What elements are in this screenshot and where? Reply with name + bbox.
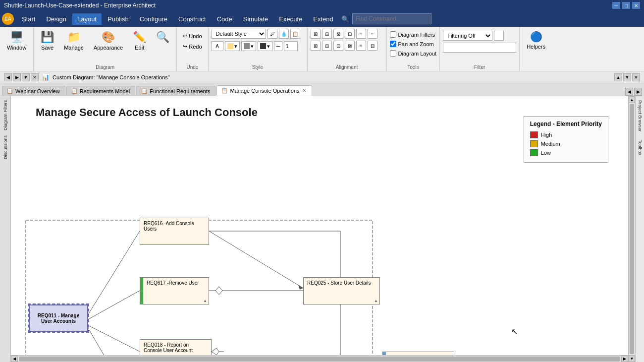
scroll-v-thumb[interactable]	[630, 104, 634, 354]
project-browser-tab[interactable]: Project Browser	[636, 96, 644, 136]
nav-close-button[interactable]: ✕	[31, 73, 39, 81]
maximize-button[interactable]: □	[622, 2, 630, 9]
zoom-button[interactable]: 🔍	[152, 29, 173, 47]
manage-button[interactable]: 📁 Manage	[60, 29, 88, 53]
align-btn-3[interactable]: ⊠	[333, 29, 343, 39]
breadcrumb-nav-buttons: ◀ ▶ ▼ ✕	[4, 73, 39, 81]
align-btn-6[interactable]: ≡	[368, 29, 377, 39]
canvas-area[interactable]: Manage Secure Access of Launch Console L…	[11, 96, 628, 362]
req617-box[interactable]: REQ617 -Remove User ▲	[140, 277, 209, 304]
tab-webinar-overview[interactable]: 📋 Webinar Overview	[2, 86, 65, 96]
menu-start[interactable]: Start	[17, 13, 40, 25]
nav-right-button[interactable]: ▶	[13, 73, 21, 81]
filtering-dropdown[interactable]: Filtering Off	[443, 31, 492, 41]
align-btn-9[interactable]: ⊡	[333, 41, 343, 51]
ribbon-style-label: Style	[212, 63, 304, 70]
menu-simulate[interactable]: Simulate	[238, 13, 273, 25]
diagram-layout-check[interactable]: Diagram Layout	[390, 50, 437, 57]
diagram-filters-check[interactable]: Diagram Filters	[390, 31, 435, 38]
toolbox-tab[interactable]: Toolbox	[636, 136, 644, 159]
sidebar-discussions[interactable]: Discussions	[2, 133, 9, 161]
text-color-btn[interactable]: ▾	[258, 41, 272, 51]
align-btn-12[interactable]: ⊟	[368, 41, 377, 51]
align-btn-10[interactable]: ⊠	[345, 41, 355, 51]
tab-functional-requirements[interactable]: 📋 Functional Requirements	[136, 86, 215, 96]
nav-down-button[interactable]: ▼	[22, 73, 30, 81]
menu-construct[interactable]: Construct	[173, 13, 211, 25]
style-btn-1[interactable]: 🖊	[268, 29, 277, 39]
tab-scroll-right[interactable]: ▶	[634, 88, 642, 96]
bc-nav-up[interactable]: ▲	[614, 73, 622, 81]
style-dropdown[interactable]: Default Style	[212, 29, 266, 39]
bc-nav-down[interactable]: ▼	[623, 73, 631, 81]
window-button[interactable]: 🖥️ Window	[3, 29, 30, 53]
tab-manage-console[interactable]: 📋 Manage Console Operations ✕	[216, 85, 312, 96]
align-btn-7[interactable]: ⊞	[311, 41, 321, 51]
close-button[interactable]: ✕	[632, 2, 640, 9]
req616-box[interactable]: REQ616 -Add Console Users	[140, 218, 209, 245]
ribbon-tools-label: Tools	[390, 63, 437, 70]
req018-label: REQ018 - Report on Console User Account	[144, 342, 208, 353]
align-btn-1[interactable]: ⊞	[311, 29, 321, 39]
menu-design[interactable]: Design	[41, 13, 71, 25]
app-logo: EA	[2, 13, 14, 25]
appearance-button[interactable]: 🎨 Appearance	[90, 29, 127, 53]
filter-btn[interactable]	[494, 31, 504, 41]
diagram-title: Manage Secure Access of Launch Console	[36, 106, 258, 119]
menu-extend[interactable]: Extend	[308, 13, 338, 25]
filter-input[interactable]	[443, 43, 516, 53]
actor-label: REQ011 - Manage User Accounts	[32, 313, 85, 324]
menu-execute[interactable]: Execute	[274, 13, 307, 25]
line-color-btn[interactable]: ▾	[241, 41, 256, 51]
menu-publish[interactable]: Publish	[103, 13, 134, 25]
align-btn-4[interactable]: ⊡	[345, 29, 355, 39]
actor-box[interactable]: REQ011 - Manage User Accounts	[29, 304, 88, 332]
scroll-left-button[interactable]: ◀	[11, 356, 18, 362]
scroll-up-button[interactable]: ▲	[629, 96, 635, 103]
tab-req-model-label: Requirements Model	[80, 88, 130, 94]
menu-layout[interactable]: Layout	[72, 13, 102, 25]
scroll-right-button[interactable]: ▶	[621, 356, 628, 362]
number-input[interactable]	[284, 41, 298, 51]
ribbon-group-diagram: 💾 Save 📁 Manage 🎨 Appearance ✏️	[34, 27, 177, 71]
redo-button[interactable]: ↪ Redo	[180, 42, 205, 51]
tab-scroll-left[interactable]: ◀	[625, 88, 633, 96]
font-btn[interactable]: A	[212, 41, 223, 51]
window-icon: 🖥️	[10, 31, 23, 44]
style-btn-2[interactable]: 💧	[279, 29, 289, 39]
scroll-down-button[interactable]: ▼	[629, 355, 635, 362]
req025-label: REQ025 - Store User Details	[307, 280, 376, 286]
align-btn-8[interactable]: ⊟	[322, 41, 332, 51]
minimize-button[interactable]: ─	[612, 2, 620, 9]
scroll-h-thumb[interactable]	[19, 357, 620, 362]
save-button[interactable]: 💾 Save	[37, 29, 58, 53]
edit-button[interactable]: ✏️ Edit	[129, 29, 150, 53]
menu-bar: EA Start Design Layout Publish Configure…	[0, 11, 644, 27]
helpers-button[interactable]: 🔵 Helpers	[523, 29, 549, 52]
ribbon-group-filter: Filtering Off Filter	[440, 27, 520, 71]
menu-code[interactable]: Code	[212, 13, 237, 25]
nav-left-button[interactable]: ◀	[4, 73, 12, 81]
tab-requirements-model[interactable]: 📋 Requirements Model	[66, 86, 136, 96]
req025-box[interactable]: REQ025 - Store User Details ▲	[303, 277, 380, 304]
pan-zoom-check[interactable]: Pan and Zoom	[390, 40, 434, 48]
menu-configure[interactable]: Configure	[135, 13, 172, 25]
tab-webinar-label: Webinar Overview	[15, 88, 60, 94]
legend-low-label: Low	[541, 150, 551, 156]
tabs-bar: 📋 Webinar Overview 📋 Requirements Model …	[0, 83, 644, 96]
legend-low: Low	[530, 149, 602, 156]
style-btn-3[interactable]: 📋	[290, 29, 300, 39]
fill-color-btn[interactable]: ▾	[225, 41, 240, 51]
align-btn-11[interactable]: ≡	[356, 41, 366, 51]
line-width-btn[interactable]: ─	[274, 41, 283, 51]
bc-close[interactable]: ✕	[632, 73, 640, 81]
sidebar-diagram-filters[interactable]: Diagram Filters	[2, 98, 9, 132]
undo-button[interactable]: ↩ Undo	[180, 32, 205, 40]
tab-manage-close[interactable]: ✕	[302, 88, 307, 93]
window-controls[interactable]: ─ □ ✕	[612, 2, 640, 9]
search-input[interactable]	[352, 13, 431, 24]
main-area: Diagram Filters Discussions	[0, 96, 644, 362]
align-btn-2[interactable]: ⊟	[322, 29, 332, 39]
svg-line-2	[88, 291, 140, 319]
align-btn-5[interactable]: ≡	[356, 29, 366, 39]
